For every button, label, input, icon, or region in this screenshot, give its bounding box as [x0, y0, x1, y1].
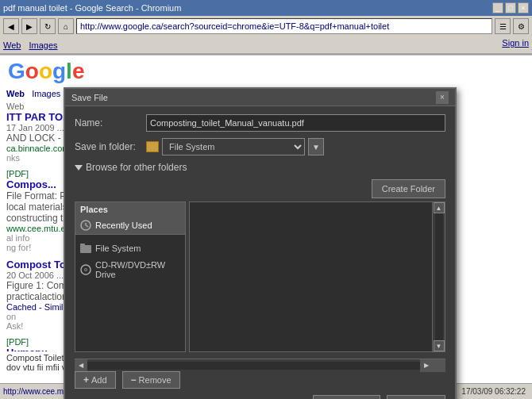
dialog-title-bar: Save File ×	[65, 89, 455, 106]
browser-content: Google Web Images Web ITT PAR TO... 17 J…	[0, 56, 532, 399]
dialog-action-buttons: ✕ Cancel 💾 Save	[75, 395, 445, 399]
save-folder-select[interactable]: File System	[162, 138, 305, 155]
google-logo: Google	[8, 59, 526, 84]
save-folder-label: Save in folder:	[75, 141, 146, 152]
name-label: Name:	[75, 117, 146, 129]
title-bar: pdf manual toilet - Google Search - Chro…	[0, 0, 532, 16]
folder-dropdown-arrow[interactable]: ▼	[308, 138, 324, 155]
remove-button[interactable]: − Remove	[122, 371, 180, 389]
dialog-body: Name: Save in folder: File System ▼ Brow…	[65, 106, 455, 399]
filesystem-icon	[80, 243, 91, 254]
name-row: Name:	[75, 114, 445, 132]
create-folder-area: Create Folder	[75, 179, 445, 198]
save-file-dialog: Save File × Name: Save in folder: File S…	[64, 87, 457, 399]
clock-icon	[80, 220, 91, 231]
h-scroll-track	[87, 362, 420, 370]
folder-select-wrapper: File System ▼	[146, 138, 324, 155]
places-file-system[interactable]: File System	[75, 240, 185, 257]
triangle-icon	[75, 165, 83, 171]
cancel-button[interactable]: ✕ Cancel	[313, 395, 380, 399]
places-panel: Places Recently Used	[75, 201, 186, 352]
browser-chrome: pdf manual toilet - Google Search - Chro…	[0, 0, 532, 55]
save-button[interactable]: 💾 Save	[387, 395, 445, 399]
horizontal-scrollbar[interactable]: ◀ ▶	[75, 359, 445, 371]
nav-bar: ◀ ▶ ↻ ⌂ ☰ ⚙	[0, 16, 532, 36]
scroll-left-button[interactable]: ◀	[75, 359, 87, 372]
bookmark-images[interactable]: Images	[29, 40, 57, 50]
remove-label: Remove	[139, 375, 172, 385]
recently-used-label: Recently Used	[95, 221, 152, 230]
add-button[interactable]: + Add	[75, 371, 116, 389]
scroll-up-button[interactable]: ▲	[434, 202, 445, 213]
svg-line-2	[86, 225, 88, 227]
places-separator	[75, 234, 185, 235]
home-button[interactable]: ⌂	[58, 18, 74, 34]
title-bar-buttons: _ □ ×	[492, 2, 529, 13]
close-button[interactable]: ×	[518, 2, 529, 13]
file-system-label: File System	[95, 244, 141, 253]
files-scroll-area[interactable]	[190, 202, 445, 351]
minimize-button[interactable]: _	[492, 2, 503, 13]
scroll-corner	[433, 359, 445, 372]
browse-label: Browse for other folders	[86, 162, 187, 173]
file-browser: Places Recently Used	[75, 201, 445, 352]
svg-point-7	[85, 269, 87, 270]
folder-icon	[146, 141, 159, 152]
minus-icon: −	[131, 374, 137, 386]
back-button[interactable]: ◀	[3, 18, 19, 34]
dialog-title: Save File	[71, 93, 108, 102]
svg-rect-3	[80, 245, 91, 253]
system-clock: 17/03/09 06:32:22	[458, 386, 529, 397]
add-remove-row: + Add − Remove	[75, 371, 445, 389]
maximize-button[interactable]: □	[505, 2, 516, 13]
scroll-track	[435, 213, 443, 340]
scroll-right-button[interactable]: ▶	[420, 359, 433, 372]
cd-drive-label: CD-RW/DVD±RW Drive	[95, 260, 180, 279]
cd-icon	[80, 264, 91, 275]
filename-input[interactable]	[146, 114, 445, 132]
svg-rect-4	[80, 244, 85, 246]
scroll-down-button[interactable]: ▼	[434, 340, 445, 351]
places-header: Places	[75, 202, 185, 217]
save-folder-row: Save in folder: File System ▼	[75, 138, 445, 155]
reload-button[interactable]: ↻	[40, 18, 56, 34]
settings-button[interactable]: ⚙	[513, 18, 529, 34]
places-recently-used[interactable]: Recently Used	[75, 217, 185, 234]
plus-icon: +	[83, 374, 89, 386]
address-bar[interactable]	[76, 18, 492, 34]
add-label: Add	[91, 375, 107, 385]
browser-title: pdf manual toilet - Google Search - Chro…	[3, 3, 181, 13]
signin-link[interactable]: Sign in	[502, 38, 529, 48]
menu-button[interactable]: ☰	[495, 18, 511, 34]
places-cd-drive[interactable]: CD-RW/DVD±RW Drive	[75, 257, 185, 282]
bookmarks-bar: Web Images Sign in	[0, 36, 532, 54]
create-folder-button[interactable]: Create Folder	[372, 179, 445, 198]
dialog-close-button[interactable]: ×	[436, 91, 449, 104]
bookmark-web[interactable]: Web	[3, 40, 21, 50]
files-panel: ▲ ▼	[189, 201, 445, 352]
vertical-scrollbar[interactable]: ▲ ▼	[432, 202, 445, 351]
forward-button[interactable]: ▶	[21, 18, 37, 34]
browse-toggle[interactable]: Browse for other folders	[75, 162, 445, 173]
